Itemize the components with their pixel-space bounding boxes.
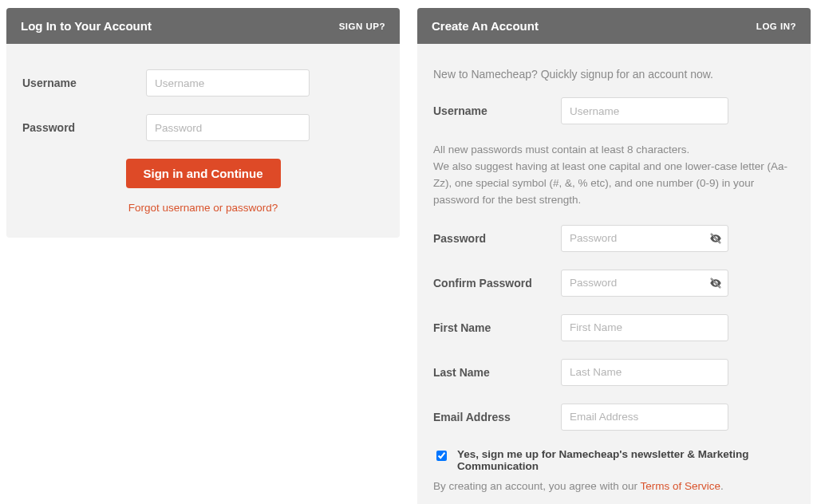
newsletter-label: Yes, sign me up for Namecheap's newslett… [457,448,795,472]
signup-firstname-label: First Name [433,321,561,334]
signup-confirm-label: Confirm Password [433,277,561,289]
newsletter-row: Yes, sign me up for Namecheap's newslett… [433,448,795,472]
login-password-wrap [146,114,310,141]
signup-lastname-label: Last Name [433,366,561,379]
signup-email-label: Email Address [433,411,561,423]
signin-button[interactable]: Sign in and Continue [126,159,281,188]
signup-email-wrap [561,404,728,431]
signup-email-row: Email Address [433,404,795,431]
signup-confirm-wrap [561,270,728,297]
eye-slash-icon[interactable] [709,277,722,289]
signup-confirm-row: Confirm Password [433,270,795,297]
login-link[interactable]: LOG IN? [756,22,796,31]
login-password-row: Password [22,114,384,141]
login-username-wrap [146,69,310,96]
tos-link[interactable]: Terms of Service [640,480,720,492]
signup-confirm-input[interactable] [561,270,728,297]
password-hint: All new passwords must contain at least … [433,142,795,209]
signup-header: Create An Account LOG IN? [417,8,811,44]
login-card: Log In to Your Account SIGN UP? Username… [6,8,400,238]
signup-body: New to Namecheap? Quickly signup for an … [417,44,811,504]
signup-intro: New to Namecheap? Quickly signup for an … [433,66,795,83]
signup-email-input[interactable] [561,404,728,431]
tos-suffix: . [720,480,724,492]
signup-password-label: Password [433,232,561,245]
signup-card: Create An Account LOG IN? New to Nameche… [417,8,811,504]
signup-username-input[interactable] [561,97,728,124]
signup-link[interactable]: SIGN UP? [339,22,385,31]
tos-row: By creating an account, you agree with o… [433,480,795,492]
signup-firstname-row: First Name [433,314,795,341]
login-password-label: Password [22,121,146,134]
signup-password-wrap [561,225,728,252]
signup-firstname-wrap [561,314,728,341]
login-password-input[interactable] [146,114,310,141]
signup-password-row: Password [433,225,795,252]
forgot-link[interactable]: Forgot username or password? [128,202,278,214]
signup-username-wrap [561,97,728,124]
signup-lastname-row: Last Name [433,359,795,386]
tos-prefix: By creating an account, you agree with o… [433,480,640,492]
login-username-label: Username [22,77,146,89]
login-header: Log In to Your Account SIGN UP? [6,8,400,44]
login-username-input[interactable] [146,69,310,96]
signup-firstname-input[interactable] [561,314,728,341]
signup-password-input[interactable] [561,225,728,252]
login-username-row: Username [22,69,384,96]
eye-slash-icon[interactable] [709,232,722,245]
signup-title: Create An Account [432,19,539,33]
signup-lastname-input[interactable] [561,359,728,386]
login-body: Username Password Sign in and Continue F… [6,44,400,238]
signup-lastname-wrap [561,359,728,386]
signup-username-label: Username [433,104,561,117]
signup-username-row: Username [433,97,795,124]
login-title: Log In to Your Account [21,19,152,33]
newsletter-checkbox[interactable] [436,451,447,461]
